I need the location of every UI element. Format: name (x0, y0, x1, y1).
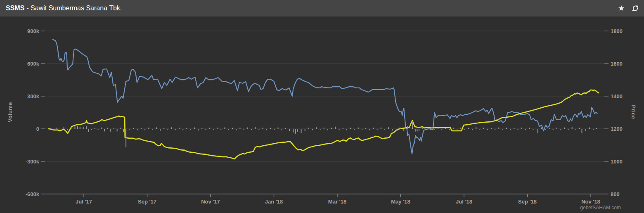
right-axis-tick-label: 1600 (611, 61, 623, 67)
volume-bar (95, 128, 95, 129)
volume-bar (441, 129, 442, 130)
volume-bar (308, 128, 309, 129)
volume-bar (232, 128, 233, 129)
left-axis-tick-label: -600k (26, 191, 40, 197)
volume-bar (316, 127, 317, 129)
volume-bar (419, 129, 419, 131)
volume-bar (220, 129, 221, 130)
volume-bar (50, 128, 51, 129)
volume-bar (483, 128, 484, 129)
title-bar: SSMS- Sawit Sumbermas Sarana Tbk. ★ (0, 0, 644, 17)
volume-bar (339, 129, 340, 130)
company-name: - Sawit Sumbermas Sarana Tbk. (26, 5, 122, 12)
volume-bar (297, 129, 298, 132)
volume-bar (247, 128, 248, 129)
volume-bar (77, 126, 78, 129)
chart-plot-area[interactable]: 900k1800600k1600300k140001200-300k1000-6… (0, 17, 644, 213)
volume-bar (83, 127, 84, 129)
volume-bar (521, 128, 522, 129)
volume-bar (86, 126, 87, 129)
volume-bar (422, 127, 423, 129)
volume-bar (186, 128, 187, 129)
volume-bar (568, 129, 569, 130)
volume-bar (541, 128, 542, 129)
volume-bar (464, 129, 465, 130)
volume-bar (396, 129, 397, 131)
volume-bar (549, 128, 550, 129)
volume-bar (293, 129, 294, 133)
volume-bar (593, 129, 594, 130)
left-axis-tick-label: -300k (26, 159, 40, 165)
volume-bar (392, 129, 393, 130)
volume-bar (125, 129, 126, 147)
volume-bar (206, 129, 206, 130)
volume-bar (457, 129, 457, 130)
volume-bar (533, 129, 533, 130)
volume-bar (141, 128, 142, 129)
x-axis-tick-label: Mar '18 (328, 199, 346, 205)
volume-bar (320, 129, 321, 130)
volume-bar (407, 126, 408, 129)
volume-bar (137, 129, 138, 130)
volume-bar (59, 129, 60, 130)
right-axis-tick-label: 1400 (611, 93, 623, 99)
volume-bar (585, 129, 586, 131)
volume-bar (182, 129, 183, 130)
volume-bar (171, 127, 172, 129)
watermark: gebetSAHAM.com (580, 205, 621, 211)
left-axis-tick-label: 900k (27, 28, 40, 34)
volume-bar (350, 128, 351, 129)
volume-bar (295, 129, 296, 134)
volume-bar (152, 129, 153, 130)
volume-bar (213, 129, 214, 130)
volume-bar (403, 129, 404, 131)
volume-bar (377, 129, 378, 130)
x-axis-tick-label: Nov '18 (581, 199, 600, 205)
volume-bar (67, 129, 68, 130)
volume-bar (148, 128, 149, 129)
volume-bar (589, 128, 590, 129)
volume-bar (53, 129, 54, 130)
volume-bar (582, 129, 582, 133)
volume-bar (430, 128, 431, 129)
right-axis-tick-label: 1000 (611, 159, 623, 165)
volume-bar (117, 129, 118, 131)
volume-bar (426, 129, 427, 130)
volume-bar (335, 127, 336, 129)
volume-bar (175, 129, 176, 130)
volume-bar (251, 129, 252, 130)
volume-bar (476, 127, 476, 129)
titlebar-actions: ★ (617, 0, 640, 17)
volume-bar (163, 128, 164, 129)
volume-bar (129, 129, 130, 130)
cumulative-volume-line (49, 90, 599, 159)
x-axis-tick-label: Jan '18 (265, 199, 283, 205)
refresh-icon[interactable] (631, 4, 640, 13)
volume-bar (468, 128, 469, 129)
left-axis-tick-label: 0 (36, 126, 39, 132)
volume-bar (278, 128, 279, 129)
volume-bar (472, 129, 473, 130)
volume-bar (282, 129, 282, 130)
volume-bar (270, 128, 271, 129)
refresh-icon-glyph (631, 4, 639, 12)
volume-bar (514, 128, 514, 129)
volume-bar (312, 129, 313, 130)
volume-bar (491, 128, 492, 129)
volume-bar (525, 129, 526, 130)
volume-bar (263, 128, 263, 129)
volume-bar (510, 129, 511, 130)
right-axis-tick-label: 1800 (611, 28, 623, 34)
volume-bar (107, 128, 108, 129)
volume-bar (388, 127, 389, 129)
volume-bar (460, 128, 461, 129)
volume-bar (305, 129, 305, 131)
volume-bar (104, 129, 105, 131)
x-axis-tick-label: Sep '17 (138, 199, 156, 205)
volume-bar (537, 129, 538, 133)
volume-bar (412, 121, 413, 129)
volume-bar (487, 129, 488, 130)
favorite-star-icon[interactable]: ★ (617, 4, 626, 13)
volume-bar (64, 127, 64, 129)
volume-bar (445, 128, 446, 129)
